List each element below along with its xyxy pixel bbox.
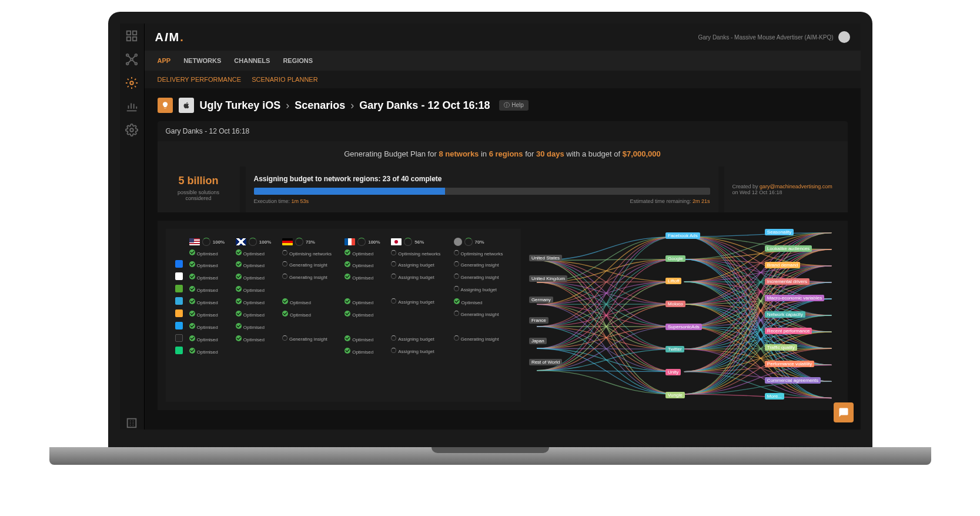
lightbulb-icon: [158, 98, 173, 113]
nav-app[interactable]: APP: [158, 57, 171, 64]
subnav-delivery[interactable]: DELIVERY PERFORMANCE: [158, 76, 242, 83]
nav-networks[interactable]: NETWORKS: [183, 57, 221, 64]
svg-point-9: [130, 81, 133, 85]
status-matrix: 100%100%73%100%56%70%OptimisedOptimisedO…: [166, 229, 521, 402]
svg-point-4: [131, 58, 133, 61]
help-button[interactable]: ⓘ Help: [499, 100, 528, 111]
settings-icon[interactable]: [125, 124, 138, 137]
svg-point-6: [135, 54, 138, 56]
progress-bar: [254, 188, 710, 195]
svg-point-8: [135, 63, 138, 65]
user-label: Gary Danks - Massive Mouse Advertiser (A…: [698, 34, 833, 41]
user-info[interactable]: Gary Danks - Massive Mouse Advertiser (A…: [698, 31, 849, 43]
nav-regions[interactable]: REGIONS: [283, 57, 313, 64]
logo: AIM.: [155, 31, 185, 44]
svg-rect-1: [133, 31, 136, 35]
subnav-scenario[interactable]: SCENARIO PLANNER: [252, 76, 317, 83]
avatar[interactable]: [838, 31, 850, 43]
breadcrumb: Ugly Turkey iOS › Scenarios › Gary Danks…: [158, 98, 848, 113]
svg-rect-0: [127, 31, 131, 35]
solutions-counter: 5 billion possible solutions considered: [158, 167, 240, 212]
svg-point-7: [126, 63, 129, 65]
panel-title: Gary Danks - 12 Oct 16:18: [158, 121, 848, 141]
chat-button[interactable]: [834, 402, 854, 422]
svg-rect-3: [133, 37, 136, 41]
topbar: AIM. Gary Danks - Massive Mouse Advertis…: [145, 24, 861, 51]
created-by: Created by gary@machineadvertising.com o…: [724, 167, 848, 212]
progress-panel: Assigning budget to network regions: 23 …: [246, 167, 718, 212]
chart-icon[interactable]: [125, 100, 138, 113]
bc-section[interactable]: Scenarios: [295, 99, 345, 111]
gear-icon[interactable]: [125, 76, 138, 89]
main-nav: APP NETWORKS CHANNELS REGIONS: [145, 51, 861, 71]
generating-banner: Generating Budget Plan for 8 networks in…: [158, 141, 848, 167]
sidebar-iconbar: [120, 24, 145, 430]
network-icon[interactable]: [125, 53, 138, 66]
building-icon[interactable]: [125, 417, 138, 430]
creator-link[interactable]: gary@machineadvertising.com: [760, 184, 832, 189]
svg-rect-2: [127, 37, 131, 41]
bc-appname[interactable]: Ugly Turkey iOS: [200, 99, 281, 111]
svg-rect-11: [128, 419, 136, 428]
apple-icon: [179, 98, 194, 113]
sub-nav: DELIVERY PERFORMANCE SCENARIO PLANNER: [145, 71, 861, 88]
bc-item: Gary Danks - 12 Oct 16:18: [359, 99, 490, 111]
svg-point-10: [130, 128, 133, 132]
nav-channels[interactable]: CHANNELS: [234, 57, 270, 64]
sankey-diagram: United StatesUnited KingdomGermanyFrance…: [529, 229, 839, 402]
svg-point-5: [126, 54, 129, 56]
dashboard-icon[interactable]: [125, 29, 138, 42]
